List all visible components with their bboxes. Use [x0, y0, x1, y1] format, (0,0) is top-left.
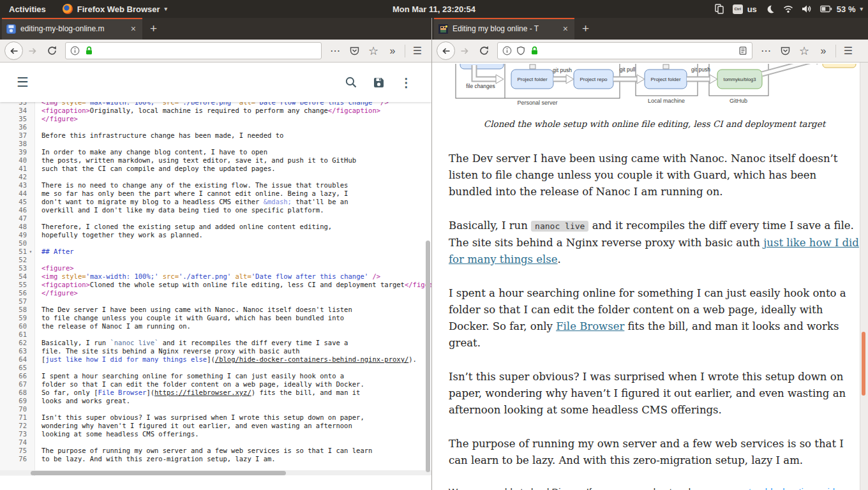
overflow-menu-icon[interactable]: »	[814, 41, 833, 61]
article-link[interactable]: File Browser	[556, 320, 624, 332]
editor-line[interactable]: 45don't want to migrate my blog to a hea…	[0, 198, 431, 206]
svg-text:git push: git push	[553, 67, 572, 73]
new-tab-button[interactable]: +	[574, 22, 597, 36]
app-menu[interactable]: Firefox Web Browser ▾	[63, 4, 167, 14]
bookmark-star-icon[interactable]: ☆	[364, 41, 383, 61]
tab-editing-my-blog-online-rendered[interactable]: Editing my blog online - T ×	[434, 18, 574, 40]
tracking-protection-shield-icon[interactable]	[516, 46, 525, 56]
keyboard-layout-indicator[interactable]: Ctrl us	[733, 4, 757, 14]
editor-line[interactable]: 69looks and works great.	[0, 397, 431, 405]
back-button[interactable]	[4, 41, 23, 60]
editor-line[interactable]: 66I spent a hour searching online for so…	[0, 372, 431, 380]
editor-line[interactable]: 50	[0, 239, 431, 248]
clipboard-icon[interactable]	[715, 4, 724, 14]
editor-line[interactable]: 59to file change unless you couple it wi…	[0, 314, 431, 322]
editor-line[interactable]: 71Isn't this super obvious? I was surpri…	[0, 413, 431, 422]
lock-icon[interactable]	[530, 46, 539, 56]
editor-line[interactable]: 34<figcaption>Originally, local machine …	[0, 107, 431, 115]
editor-line[interactable]: 76to be lazy. And with this zero-migrati…	[0, 455, 431, 463]
back-button[interactable]	[437, 41, 455, 60]
url-bar[interactable]	[65, 42, 322, 59]
editor-line[interactable]: 44me so far has only been the part where…	[0, 189, 431, 198]
editor-line[interactable]: 55<figcaption>Cloned the whole setup wit…	[0, 281, 431, 289]
line-number: 36	[0, 123, 34, 131]
editor-line[interactable]: 47	[0, 214, 431, 223]
page-scrollbar-thumb[interactable]	[862, 332, 865, 396]
editor-line[interactable]: 48Therefore, I cloned the existing setup…	[0, 223, 431, 231]
page-actions-icon[interactable]: ⋯	[326, 41, 345, 61]
page-actions-icon[interactable]: ⋯	[756, 41, 775, 61]
editor-line[interactable]: 46overkill and I don't like my data bein…	[0, 206, 431, 214]
editor-line[interactable]: 75The purpose of running my own server a…	[0, 447, 431, 455]
volume-icon[interactable]	[802, 4, 812, 13]
editor-line[interactable]: 38	[0, 140, 431, 148]
code-editor[interactable]: 33<img style='max-width: 100%;' src='./b…	[0, 102, 431, 476]
editor-line[interactable]: 70	[0, 405, 431, 413]
troubleshooting-guide-link[interactable]: troubleshooting guide	[749, 486, 840, 490]
url-bar[interactable]	[497, 42, 752, 59]
forward-button[interactable]	[455, 41, 474, 61]
editor-line[interactable]: 41such that the CI can compile and deplo…	[0, 165, 431, 173]
editor-line[interactable]: 68So far, only [File Browser](https://fi…	[0, 389, 431, 397]
editor-line[interactable]: 61	[0, 330, 431, 339]
editor-line[interactable]: 60the release of Nanoc I am running on.	[0, 322, 431, 330]
night-light-moon-icon[interactable]	[765, 4, 775, 14]
tab-editing-my-blog-online[interactable]: editing-my-blog-online.m ×	[2, 18, 142, 40]
reader-mode-icon[interactable]	[738, 46, 747, 56]
editor-line[interactable]: 43There is no need to change any of the …	[0, 181, 431, 189]
editor-line[interactable]: 33<img style='max-width: 100%;' src='./b…	[0, 102, 431, 107]
tab-close-icon[interactable]: ×	[561, 24, 570, 34]
firefox-menu-icon[interactable]: ☰	[839, 41, 858, 61]
pocket-icon[interactable]	[775, 41, 795, 61]
editor-line[interactable]: 54<img style='max-width: 100%;' src='./a…	[0, 272, 431, 281]
battery-indicator[interactable]: 53 % ▾	[820, 4, 863, 14]
page-scrollbar[interactable]	[860, 63, 868, 490]
save-icon[interactable]	[373, 77, 385, 89]
horizontal-scrollbar[interactable]	[0, 470, 431, 475]
editor-line[interactable]: 49hopefully together they work as planne…	[0, 231, 431, 239]
editor-line[interactable]: 35</figure>	[0, 115, 431, 123]
tab-close-icon[interactable]: ×	[129, 24, 138, 34]
activities-button[interactable]: Activities	[9, 4, 46, 14]
clock[interactable]: Mon Mar 11, 23:20:54	[393, 4, 475, 14]
pocket-icon[interactable]	[345, 41, 364, 61]
editor-line[interactable]: 39In order to make any change blog conte…	[0, 148, 431, 156]
line-number: 41	[0, 165, 34, 173]
horizontal-scrollbar-thumb[interactable]	[31, 471, 286, 475]
editor-line[interactable]: 52	[0, 256, 431, 264]
bookmark-star-icon[interactable]: ☆	[795, 41, 814, 61]
reload-button[interactable]	[42, 41, 61, 61]
new-tab-button[interactable]: +	[142, 22, 165, 36]
editor-line[interactable]: 53<figure>	[0, 264, 431, 272]
site-info-icon[interactable]	[502, 46, 512, 56]
editor-line[interactable]: 56</figure>	[0, 289, 431, 297]
reload-button[interactable]	[474, 41, 493, 61]
fold-caret-icon[interactable]: ▾	[27, 248, 34, 256]
editor-line[interactable]: 67folder so that I can edit the folder c…	[0, 380, 431, 389]
vertical-scrollbar-thumb[interactable]	[426, 241, 430, 472]
editor-line[interactable]: 64[just like how I did for many things e…	[0, 355, 431, 364]
editor-line[interactable]: 37Before this infrastructure change has …	[0, 131, 431, 140]
kebab-menu-icon[interactable]: ⋮	[400, 75, 412, 90]
site-info-icon[interactable]	[70, 46, 80, 56]
editor-line[interactable]: 65	[0, 364, 431, 372]
overflow-menu-icon[interactable]: »	[383, 41, 402, 61]
editor-menu-icon[interactable]: ☰	[17, 75, 29, 90]
editor-line[interactable]: 42	[0, 173, 431, 181]
editor-line[interactable]: 73looking at some headless CMS offerings…	[0, 430, 431, 438]
editor-line[interactable]: 51▾## After	[0, 248, 431, 256]
editor-line[interactable]: 74	[0, 438, 431, 447]
editor-line[interactable]: 72wondering why haven't I figured it out…	[0, 422, 431, 430]
editor-line[interactable]: 63file. The site sits behind a Nginx rev…	[0, 347, 431, 355]
line-number: 34	[0, 107, 34, 115]
firefox-menu-icon[interactable]: ☰	[408, 41, 427, 61]
wifi-icon[interactable]	[783, 4, 793, 13]
forward-button[interactable]	[23, 41, 42, 61]
editor-line[interactable]: 40the posts, written markdown, using tex…	[0, 156, 431, 165]
editor-line[interactable]: 36	[0, 123, 431, 131]
search-icon[interactable]	[345, 76, 357, 89]
editor-line[interactable]: 62Basically, I run `nanoc live` and it r…	[0, 339, 431, 347]
lock-icon[interactable]	[84, 46, 94, 56]
editor-line[interactable]: 58The Dev server I have been using came …	[0, 306, 431, 314]
editor-line[interactable]: 57	[0, 297, 431, 306]
